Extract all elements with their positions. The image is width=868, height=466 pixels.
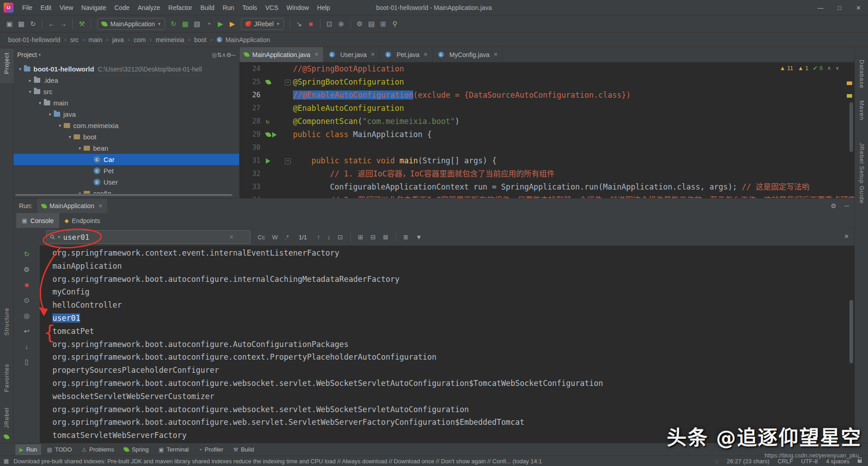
tree-row-car[interactable]: CCar <box>14 154 239 165</box>
horizontal-scrollbar[interactable] <box>15 194 232 196</box>
tree-expanded-icon[interactable]: ▾ <box>76 146 84 151</box>
coverage-icon[interactable]: ▧ <box>191 20 203 28</box>
menu-window[interactable]: Window <box>283 4 313 11</box>
tab-user[interactable]: CUser.java✕ <box>324 47 380 62</box>
maximize-button[interactable]: □ <box>830 0 849 15</box>
heap-dump-icon[interactable]: ◎ <box>14 312 40 320</box>
close-icon[interactable]: ✕ <box>494 52 498 57</box>
tree-row-pet[interactable]: CPet <box>14 165 239 176</box>
settings-icon[interactable]: ⚙ <box>226 52 231 58</box>
locate-file-icon[interactable]: ◎ <box>212 52 217 58</box>
breadcrumb-item[interactable]: com <box>133 36 146 43</box>
regex-toggle[interactable]: .* <box>285 234 289 241</box>
menu-run[interactable]: Run <box>218 4 238 11</box>
tree-row-main[interactable]: ▾main <box>14 97 239 109</box>
spring-bean-icon[interactable] <box>265 132 271 138</box>
stripe-tab-jrebel-setup-guide[interactable]: JRebel Setup Guide <box>859 143 865 204</box>
search-everywhere-icon[interactable]: ⚲ <box>389 20 401 28</box>
editor-scrollbar[interactable] <box>849 102 853 152</box>
hide-panel-icon[interactable]: ─ <box>231 52 236 58</box>
scroll-to-end-icon[interactable]: ↓ <box>14 342 40 350</box>
search-history-chevron-icon[interactable]: ▾ <box>58 235 60 239</box>
jrebel-combo[interactable]: JRebel ▾ <box>241 18 284 30</box>
back-icon[interactable]: ← <box>46 20 57 28</box>
attach-debugger-icon[interactable]: ↘ <box>293 20 305 28</box>
restore-layout-icon[interactable]: ⊞ <box>377 20 389 28</box>
next-occurrence-icon[interactable]: ↓ <box>327 233 330 241</box>
tree-row-user[interactable]: CUser <box>14 176 239 188</box>
remove-occurrence-icon[interactable]: ⊟ <box>370 233 376 241</box>
tab-console[interactable]: ▣Console <box>16 213 59 228</box>
sync-icon[interactable]: ↻ <box>27 20 39 28</box>
menu-vcs[interactable]: VCS <box>261 4 283 11</box>
run-configuration-combo[interactable]: MainApplication ▾ <box>97 18 165 30</box>
close-search-icon[interactable]: ✕ <box>844 233 849 240</box>
tab-myconfig[interactable]: CMyConfig.java✕ <box>433 47 503 62</box>
menu-navigate[interactable]: Navigate <box>77 4 110 11</box>
tree-row-com-meimeixia[interactable]: ▾com.meimeixia <box>14 120 239 131</box>
tool-tab-terminal[interactable]: ▣Terminal <box>155 444 193 455</box>
spring-bean-icon[interactable] <box>265 79 271 85</box>
breadcrumb-item[interactable]: meimeixia <box>155 36 185 43</box>
profiler-icon[interactable]: ◔ <box>203 20 215 28</box>
tree-expanded-icon[interactable]: ▾ <box>36 100 44 105</box>
tree-row-bean[interactable]: ▾bean <box>14 143 239 154</box>
menu-tools[interactable]: Tools <box>238 4 261 11</box>
background-tasks-icon[interactable]: ▦ <box>4 458 9 464</box>
close-icon[interactable]: ✕ <box>371 52 375 57</box>
close-button[interactable]: ✕ <box>849 0 868 15</box>
stripe-tab-database[interactable]: Database <box>859 60 865 89</box>
tree-expanded-icon[interactable]: ▾ <box>66 134 74 139</box>
menu-analyze[interactable]: Analyze <box>134 4 165 11</box>
thread-dump-icon[interactable]: ⊙ <box>14 296 40 304</box>
tree-collapsed-icon[interactable]: ▸ <box>26 78 34 83</box>
tab-mainapplication[interactable]: MainApplication.java✕ <box>240 47 324 62</box>
fold-marker[interactable] <box>283 154 293 167</box>
tree-row-java[interactable]: ▾java <box>14 109 239 120</box>
breadcrumb-item[interactable]: MainApplication <box>225 36 271 43</box>
run-with-jrebel-icon[interactable]: ▶ <box>215 20 226 28</box>
tool-tab-profiler[interactable]: ◔Profiler <box>195 444 227 455</box>
search-input[interactable] <box>63 233 226 242</box>
stop-icon[interactable]: ■ <box>14 281 40 289</box>
soft-wrap-icon[interactable]: ↩ <box>14 327 40 335</box>
project-structure-icon[interactable]: ▤ <box>366 20 377 28</box>
tab-pet[interactable]: CPet.java✕ <box>380 47 433 62</box>
tool-tab-todo[interactable]: ▤TODO <box>43 444 76 455</box>
clear-all-icon[interactable]: ▯ <box>14 358 40 366</box>
prev-occurrence-icon[interactable]: ↑ <box>317 233 320 241</box>
stripe-tab-favorites[interactable]: Favorites <box>3 364 10 392</box>
stripe-tab-structure[interactable]: Structure <box>3 308 10 336</box>
tab-endpoints[interactable]: ◆Endpoints <box>59 213 106 228</box>
breadcrumb-item[interactable]: java <box>111 36 125 43</box>
filter-lines-icon[interactable]: ≣ <box>403 233 409 241</box>
tool-tab-problems[interactable]: ⚠Problems <box>78 444 118 455</box>
dump-icon[interactable]: ⊡ <box>324 20 335 28</box>
match-case-toggle[interactable]: Cc <box>258 234 265 241</box>
debug-icon[interactable]: ▦ <box>179 20 191 28</box>
select-all-occurrences-icon[interactable]: ⊡ <box>338 233 343 241</box>
tree-row-boot[interactable]: ▾boot <box>14 131 239 143</box>
menu-build[interactable]: Build <box>196 4 218 11</box>
tool-tab-build[interactable]: ⚒Build <box>229 444 258 455</box>
status-message[interactable]: Download pre-built shared indexes: Pre-b… <box>14 458 542 465</box>
menu-file[interactable]: File <box>18 4 37 11</box>
console-output[interactable]: org.springframework.context.event.intern… <box>40 246 854 443</box>
breadcrumb-item[interactable]: boot <box>193 36 207 43</box>
open-project-icon[interactable]: ▣ <box>4 20 15 28</box>
build-project-icon[interactable]: ⚒ <box>76 20 88 28</box>
tree-expanded-icon[interactable]: ▾ <box>16 67 24 71</box>
tree-expanded-icon[interactable]: ▾ <box>76 191 84 194</box>
menu-refactor[interactable]: Refactor <box>164 4 196 11</box>
minimize-button[interactable]: — <box>811 0 830 15</box>
breadcrumb-item[interactable]: main <box>88 36 103 43</box>
tree-row--idea[interactable]: ▸.idea <box>14 75 239 86</box>
next-error-icon[interactable]: ∨ <box>835 65 839 71</box>
filter-icon[interactable]: ▼ <box>416 233 422 241</box>
rerun-icon[interactable]: ↻ <box>168 20 179 28</box>
pin-search-icon[interactable]: ⊠ <box>383 233 388 241</box>
minimize-panel-icon[interactable]: ─ <box>844 202 849 209</box>
debug-with-jrebel-icon[interactable]: ▶ <box>226 20 238 28</box>
event-log-icon[interactable]: ⊕ <box>335 20 347 28</box>
close-icon[interactable]: ✕ <box>98 203 102 209</box>
